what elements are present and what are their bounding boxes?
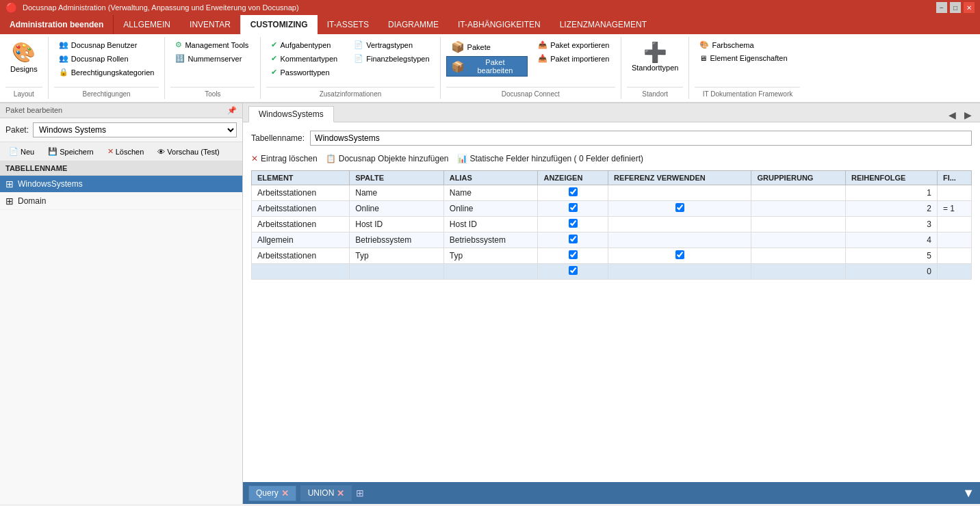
pakete-button[interactable]: 📦 Pakete xyxy=(446,38,495,55)
cell-anzeigen[interactable] xyxy=(538,185,608,201)
right-panel: WindowsSystems ◀ ▶ Tabellenname: ✕ Eintr… xyxy=(243,103,980,504)
cell-referenz[interactable] xyxy=(608,248,751,264)
cell-reihenfolge: 5 xyxy=(845,248,937,264)
paket-bearb-label: Paket bearbeiten xyxy=(467,58,524,75)
designs-button[interactable]: 🎨 Designs xyxy=(5,38,42,76)
union-close-icon[interactable]: ✕ xyxy=(337,488,344,498)
docusnap-objekte-link[interactable]: 📋 Docusnap Objekte hinzufügen xyxy=(326,154,449,163)
anzeigen-checkbox[interactable] xyxy=(569,203,578,212)
passworttypen-button[interactable]: ✔ Passworttypen xyxy=(266,66,334,79)
tab-allgemein[interactable]: ALLGEMEIN xyxy=(114,15,180,34)
statische-felder-link[interactable]: 📊 Statische Felder hinzufügen ( 0 Felder… xyxy=(457,154,643,163)
cell-gruppierung xyxy=(751,217,845,232)
anzeigen-checkbox[interactable] xyxy=(569,266,578,275)
vorschau-icon: 👁 xyxy=(157,148,165,156)
anzeigen-checkbox[interactable] xyxy=(569,250,578,259)
ribbon-content: 🎨 Designs Layout 👥 Docusnap Benutzer 👥 D… xyxy=(0,34,980,103)
table-row[interactable]: ArbeitsstationenHost IDHost ID3 xyxy=(252,217,972,232)
paket-select[interactable]: Windows Systems xyxy=(33,122,237,137)
query-close-icon[interactable]: ✕ xyxy=(281,488,289,498)
paket-bearbeiten-button[interactable]: 📦 Paket bearbeiten xyxy=(446,56,528,77)
referenz-checkbox[interactable] xyxy=(675,203,684,212)
cell-referenz[interactable] xyxy=(608,185,751,201)
standort-items: ➕ Standorttypen xyxy=(627,38,684,87)
cell-reihenfolge: 2 xyxy=(845,201,937,217)
aufgabentypen-button[interactable]: ✔ Aufgabentypen xyxy=(266,38,335,51)
table-row[interactable]: ⊞ WindowsSystems xyxy=(0,176,242,193)
element-eigenschaften-button[interactable]: 🖥 Element Eigenschaften xyxy=(695,52,792,64)
tab-admin[interactable]: Administration beenden xyxy=(0,15,114,34)
cell-referenz[interactable] xyxy=(608,201,751,217)
maximize-button[interactable]: □ xyxy=(950,2,961,13)
docusnap-rollen-button[interactable]: 👥 Docusnap Rollen xyxy=(54,52,133,65)
management-tools-button[interactable]: ⚙ Management Tools xyxy=(170,38,253,51)
cell-anzeigen[interactable] xyxy=(538,248,608,264)
kommentartypen-button[interactable]: ✔ Kommentartypen xyxy=(266,52,342,65)
minimize-button[interactable]: − xyxy=(936,2,947,13)
cell-anzeigen[interactable] xyxy=(538,232,608,248)
tab-prev-button[interactable]: ◀ xyxy=(946,108,959,122)
tabellenname-input[interactable] xyxy=(310,131,972,146)
zusatz-left: ✔ Aufgabentypen ✔ Kommentartypen ✔ Passw… xyxy=(266,38,342,79)
neu-label: Neu xyxy=(21,148,34,156)
table-row[interactable]: AllgemeinBetriebssystemBetriebssystem4 xyxy=(252,232,972,248)
vertragstypen-button[interactable]: 📄 Vertragstypen xyxy=(349,38,417,51)
speichern-button[interactable]: 💾 Speichern xyxy=(43,145,99,158)
add-tab-icon[interactable]: ⊞ xyxy=(356,488,364,498)
cell-referenz[interactable] xyxy=(608,232,751,248)
docusnap-benutzer-button[interactable]: 👥 Docusnap Benutzer xyxy=(54,38,142,51)
close-button[interactable]: ✕ xyxy=(964,2,975,13)
loeschen-button[interactable]: ✕ Löschen xyxy=(103,145,149,158)
tab-lizenzmanagement[interactable]: LIZENZMANAGEMENT xyxy=(550,15,656,34)
standort-icon: ➕ xyxy=(643,41,667,64)
cell-element: Arbeitsstationen xyxy=(252,217,350,232)
tab-customizing[interactable]: CUSTOMIZING xyxy=(240,15,318,34)
tab-it-assets[interactable]: IT-ASSETS xyxy=(318,15,378,34)
tab-inventar[interactable]: INVENTAR xyxy=(180,15,240,34)
tab-it-abhaengigkeiten[interactable]: IT-ABHÄNGIGKEITEN xyxy=(448,15,550,34)
kommentar-label: Kommentartypen xyxy=(280,55,337,63)
ribbon: Administration beenden ALLGEMEIN INVENTA… xyxy=(0,15,980,103)
objekte-icon: 📋 xyxy=(326,154,336,163)
cell-anzeigen[interactable] xyxy=(538,264,608,280)
vorschau-button[interactable]: 👁 Vorschau (Test) xyxy=(153,146,224,158)
cell-fi: = 1 xyxy=(937,201,971,217)
paket-importieren-button[interactable]: 📥 Paket importieren xyxy=(533,52,614,65)
ribbon-group-connect: 📦 Pakete 📦 Paket bearbeiten 📤 Paket expo… xyxy=(441,37,621,99)
farbschema-button[interactable]: 🎨 Farbschema xyxy=(695,38,758,51)
kommentar-icon: ✔ xyxy=(271,54,277,63)
num-label: Nummernserver xyxy=(188,55,242,63)
cell-fi xyxy=(937,264,971,280)
windows-systems-tab[interactable]: WindowsSystems xyxy=(248,106,334,122)
anzeigen-checkbox[interactable] xyxy=(569,219,578,228)
col-alias: ALIAS xyxy=(443,171,538,185)
union-tab[interactable]: UNION ✕ xyxy=(300,485,352,501)
data-table-body: ArbeitsstationenNameName1Arbeitsstatione… xyxy=(252,185,972,280)
referenz-checkbox[interactable] xyxy=(675,250,684,259)
tab-diagramme[interactable]: DIAGRAMME xyxy=(378,15,448,34)
cell-alias: Name xyxy=(443,185,538,201)
anzeigen-checkbox[interactable] xyxy=(569,235,578,243)
anzeigen-checkbox[interactable] xyxy=(569,187,578,196)
table-row[interactable]: ⊞ Domain xyxy=(0,193,242,210)
table-row[interactable]: ArbeitsstationenOnlineOnline2= 1 xyxy=(252,201,972,217)
paket-exportieren-button[interactable]: 📤 Paket exportieren xyxy=(533,38,614,51)
cell-referenz[interactable] xyxy=(608,217,751,232)
eintrag-loeschen-link[interactable]: ✕ Eintrag löschen xyxy=(251,154,318,163)
cell-anzeigen[interactable] xyxy=(538,217,608,232)
table-row[interactable]: ArbeitsstationenTypTyp5 xyxy=(252,248,972,264)
bottom-scroll-icon[interactable]: ▼ xyxy=(962,486,975,500)
connect-right: 📤 Paket exportieren 📥 Paket importieren xyxy=(533,38,615,65)
nummernserver-button[interactable]: 🔢 Nummernserver xyxy=(170,52,246,65)
query-tab[interactable]: Query ✕ xyxy=(248,485,296,501)
table-row[interactable]: ArbeitsstationenNameName1 xyxy=(252,185,972,201)
berechtigungskategorien-button[interactable]: 🔒 Berechtigungskategorien xyxy=(54,66,159,79)
neu-button[interactable]: 📄 Neu xyxy=(4,145,39,158)
cell-spalte: Online xyxy=(350,201,444,217)
finanzbelegstypen-button[interactable]: 📄 Finanzbelegstypen xyxy=(349,52,434,65)
standorttypen-button[interactable]: ➕ Standorttypen xyxy=(627,38,684,75)
tab-next-button[interactable]: ▶ xyxy=(962,108,975,122)
cell-anzeigen[interactable] xyxy=(538,201,608,217)
cell-referenz[interactable] xyxy=(608,264,751,280)
table-row[interactable]: 0 xyxy=(252,264,972,280)
